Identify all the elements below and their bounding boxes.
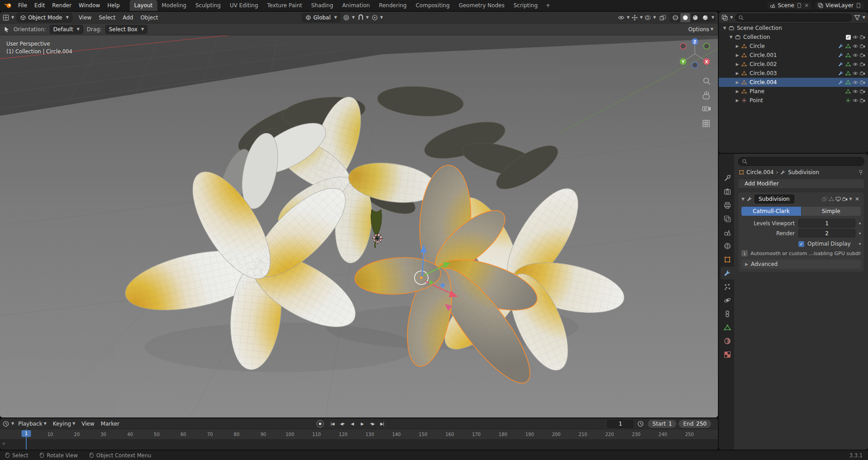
- editor-type-button[interactable]: ▼: [3, 13, 14, 22]
- timeline-menu-keying[interactable]: Keying▼: [50, 418, 78, 429]
- animate-dot[interactable]: [859, 232, 861, 234]
- xray-toggle[interactable]: [658, 13, 668, 22]
- breadcrumb-modifier[interactable]: Subdivision: [788, 169, 819, 175]
- viewport-menu-view[interactable]: View: [75, 12, 95, 23]
- tab-output[interactable]: [721, 199, 734, 212]
- outliner-row-circle-004-selected[interactable]: ▶ Circle.004: [719, 78, 868, 87]
- outliner-row-scene-collection[interactable]: ▼ Scene Collection: [719, 24, 868, 33]
- tab-particles[interactable]: [721, 280, 734, 293]
- pin-icon[interactable]: [858, 170, 863, 175]
- viewport-canvas[interactable]: Z X Y User Perspective (1) Collection | …: [0, 35, 718, 417]
- mesh-data-icon[interactable]: [845, 52, 851, 58]
- view-layer-selector[interactable]: ViewLayer: [815, 1, 864, 10]
- mesh-data-icon[interactable]: [845, 43, 851, 49]
- remove-modifier-button[interactable]: ✕: [854, 196, 861, 202]
- outliner-row-collection[interactable]: ▼ Collection ✓: [719, 33, 868, 42]
- modifier-icon[interactable]: [838, 52, 844, 58]
- axis-neg-z[interactable]: [692, 62, 698, 68]
- orientation-setting-dropdown[interactable]: Default▼: [50, 25, 83, 34]
- timeline-track[interactable]: »: [0, 439, 718, 450]
- modifier-extras-dropdown[interactable]: ▼: [849, 197, 852, 201]
- hide-icon[interactable]: [853, 52, 858, 58]
- new-view-layer-icon[interactable]: [856, 3, 861, 8]
- levels-viewport-field[interactable]: 1: [798, 219, 855, 228]
- viewport-menu-select[interactable]: Select: [95, 12, 119, 23]
- viewport-menu-object[interactable]: Object: [137, 12, 162, 23]
- render-visibility-icon[interactable]: [860, 52, 865, 58]
- light-data-icon[interactable]: [845, 98, 851, 103]
- hide-icon[interactable]: [853, 71, 858, 76]
- menu-render[interactable]: Render: [48, 0, 75, 11]
- timeline-editor-type-button[interactable]: ▼: [3, 419, 14, 428]
- hide-icon[interactable]: [853, 80, 858, 85]
- tab-render[interactable]: [721, 185, 734, 198]
- render-visibility-icon[interactable]: [860, 98, 865, 103]
- outliner-filter-button[interactable]: ▼: [854, 13, 865, 22]
- outliner-row-circle-001[interactable]: ▶ Circle.001: [719, 51, 868, 60]
- outliner-row-circle-002[interactable]: ▶ Circle.002: [719, 60, 868, 69]
- auto-keyframe-button[interactable]: [316, 420, 324, 427]
- workspace-tab-layout[interactable]: Layout: [130, 0, 157, 11]
- timeline-ruler[interactable]: 1102030405060708090100110120130140150160…: [0, 429, 718, 439]
- mode-dropdown[interactable]: Object Mode ▼: [17, 13, 72, 22]
- modifier-name-field[interactable]: Subdivision: [755, 194, 794, 204]
- summary-chevron-icon[interactable]: »: [2, 441, 5, 446]
- mesh-data-icon[interactable]: [845, 62, 851, 67]
- render-visibility-icon[interactable]: [860, 62, 865, 67]
- options-dropdown[interactable]: Options▼: [689, 26, 713, 33]
- render-visibility-icon[interactable]: [860, 71, 865, 76]
- current-frame-field[interactable]: 1: [607, 420, 633, 428]
- active-tool-icon[interactable]: [4, 26, 10, 33]
- animate-dot[interactable]: [859, 223, 861, 224]
- expand-arrow[interactable]: ▶: [734, 89, 741, 94]
- expand-arrow[interactable]: ▶: [734, 80, 741, 85]
- expand-arrow[interactable]: ▼: [722, 26, 728, 30]
- optimal-display-checkbox[interactable]: ✓: [798, 241, 804, 247]
- timeline-menu-view[interactable]: View: [78, 418, 97, 429]
- menu-edit[interactable]: Edit: [31, 0, 48, 11]
- properties-search-input[interactable]: [738, 157, 864, 166]
- outliner-row-circle-003[interactable]: ▶ Circle.003: [719, 69, 868, 78]
- unlink-scene-icon[interactable]: ×: [804, 2, 809, 9]
- collection-checkbox[interactable]: ✓: [846, 35, 851, 40]
- next-keyframe-button[interactable]: •▶: [368, 420, 377, 428]
- shading-rendered-button[interactable]: [700, 13, 710, 22]
- outliner-row-plane[interactable]: ▶ Plane: [719, 87, 868, 96]
- mesh-data-icon[interactable]: [845, 89, 851, 94]
- workspace-tab-texture-paint[interactable]: Texture Paint: [263, 0, 307, 11]
- prev-keyframe-button[interactable]: ◀•: [338, 420, 347, 428]
- workspace-tab-scripting[interactable]: Scripting: [509, 0, 542, 11]
- tab-object-data[interactable]: [721, 321, 734, 334]
- render-visibility-icon[interactable]: [860, 34, 865, 40]
- add-modifier-button[interactable]: Add Modifier: [738, 179, 864, 189]
- tab-scene[interactable]: [721, 226, 734, 239]
- axis-neg-y[interactable]: [704, 43, 710, 49]
- hide-icon[interactable]: [853, 98, 858, 103]
- expand-arrow[interactable]: ▼: [728, 35, 734, 39]
- tab-modifiers[interactable]: [721, 267, 734, 280]
- realtime-toggle[interactable]: [835, 196, 841, 202]
- shading-material-button[interactable]: [690, 13, 700, 22]
- jump-to-start-button[interactable]: |◀: [328, 420, 337, 428]
- on-cage-toggle[interactable]: [822, 196, 827, 202]
- scene-selector[interactable]: Scene ×: [767, 1, 812, 10]
- render-visibility-icon[interactable]: [860, 80, 865, 85]
- workspace-tab-geometry-nodes[interactable]: Geometry Nodes: [454, 0, 509, 11]
- mesh-data-icon[interactable]: [845, 71, 851, 76]
- tab-world[interactable]: [721, 240, 734, 252]
- transform-orientation-dropdown[interactable]: Global ▼: [302, 13, 340, 22]
- edit-mode-toggle[interactable]: [829, 196, 834, 202]
- timeline-menu-marker[interactable]: Marker: [98, 418, 123, 429]
- outliner-row-point[interactable]: ▶ Point: [719, 96, 868, 105]
- tab-object[interactable]: [721, 253, 734, 266]
- animate-dot[interactable]: [859, 243, 861, 245]
- render-toggle[interactable]: [842, 196, 848, 202]
- shading-wireframe-button[interactable]: [670, 13, 680, 22]
- frame-start-field[interactable]: Start1: [648, 420, 676, 428]
- workspace-tab-compositing[interactable]: Compositing: [411, 0, 454, 11]
- outliner-search-input[interactable]: [735, 14, 852, 22]
- show-overlays-toggle[interactable]: ▼: [645, 13, 656, 22]
- breadcrumb-object[interactable]: Circle.004: [746, 169, 774, 175]
- workspace-tab-rendering[interactable]: Rendering: [374, 0, 411, 11]
- modifier-icon[interactable]: [838, 62, 844, 67]
